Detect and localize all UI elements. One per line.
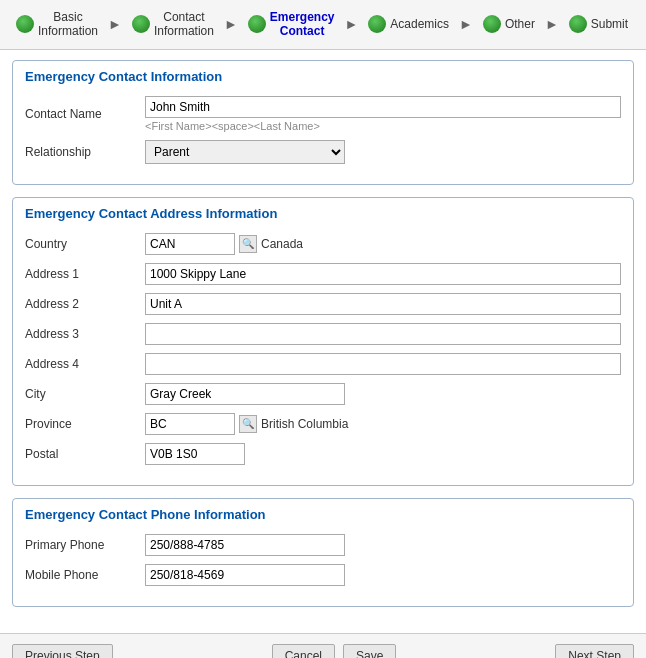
mobile-phone-label: Mobile Phone <box>25 568 145 582</box>
province-code-input[interactable] <box>145 413 235 435</box>
section-title-contact-info: Emergency Contact Information <box>13 61 633 90</box>
nav-label-contact: Contact Information <box>154 10 214 39</box>
bottom-bar: Previous Step Cancel Save Next Step <box>0 633 646 658</box>
section-title-phone: Emergency Contact Phone Information <box>13 499 633 528</box>
top-navigation: Basic Information ► Contact Information … <box>0 0 646 50</box>
globe-icon-basic <box>16 15 34 33</box>
globe-icon-contact <box>132 15 150 33</box>
postal-row: Postal <box>25 443 621 465</box>
nav-arrow-3: ► <box>344 16 358 32</box>
relationship-row: Relationship Parent Guardian Sibling Spo… <box>25 140 621 164</box>
bottom-left-actions: Previous Step <box>12 644 113 658</box>
relationship-label: Relationship <box>25 145 145 159</box>
province-name-text: British Columbia <box>261 417 348 431</box>
postal-wrap <box>145 443 621 465</box>
country-name-text: Canada <box>261 237 303 251</box>
contact-name-label: Contact Name <box>25 107 145 121</box>
section-title-address: Emergency Contact Address Information <box>13 198 633 227</box>
bottom-center-actions: Cancel Save <box>272 644 397 658</box>
contact-name-row: Contact Name <First Name><space><Last Na… <box>25 96 621 132</box>
main-content: Emergency Contact Information Contact Na… <box>0 50 646 629</box>
address1-row: Address 1 <box>25 263 621 285</box>
contact-name-hint: <First Name><space><Last Name> <box>145 120 621 132</box>
country-code-input[interactable] <box>145 233 235 255</box>
section-body-phone: Primary Phone Mobile Phone <box>13 528 633 606</box>
contact-name-wrap: <First Name><space><Last Name> <box>145 96 621 132</box>
address3-input[interactable] <box>145 323 621 345</box>
primary-phone-input[interactable] <box>145 534 345 556</box>
province-search-button[interactable]: 🔍 <box>239 415 257 433</box>
next-step-button[interactable]: Next Step <box>555 644 634 658</box>
save-button[interactable]: Save <box>343 644 396 658</box>
nav-item-other[interactable]: Other <box>477 13 541 35</box>
province-row: Province 🔍 British Columbia <box>25 413 621 435</box>
address4-label: Address 4 <box>25 357 145 371</box>
country-row: Country 🔍 Canada <box>25 233 621 255</box>
province-label: Province <box>25 417 145 431</box>
primary-phone-label: Primary Phone <box>25 538 145 552</box>
address2-row: Address 2 <box>25 293 621 315</box>
nav-arrow-2: ► <box>224 16 238 32</box>
mobile-phone-wrap <box>145 564 621 586</box>
emergency-contact-phone-section: Emergency Contact Phone Information Prim… <box>12 498 634 607</box>
mobile-phone-row: Mobile Phone <box>25 564 621 586</box>
address3-row: Address 3 <box>25 323 621 345</box>
nav-arrow-4: ► <box>459 16 473 32</box>
relationship-wrap: Parent Guardian Sibling Spouse Other <box>145 140 621 164</box>
previous-step-button[interactable]: Previous Step <box>12 644 113 658</box>
relationship-select[interactable]: Parent Guardian Sibling Spouse Other <box>145 140 345 164</box>
nav-item-emergency[interactable]: Emergency Contact <box>242 8 341 41</box>
nav-label-submit: Submit <box>591 17 628 31</box>
globe-icon-emergency <box>248 15 266 33</box>
country-wrap: 🔍 Canada <box>145 233 621 255</box>
contact-name-input[interactable] <box>145 96 621 118</box>
country-label: Country <box>25 237 145 251</box>
address4-wrap <box>145 353 621 375</box>
nav-label-emergency: Emergency Contact <box>270 10 335 39</box>
country-field-row: 🔍 Canada <box>145 233 621 255</box>
cancel-button[interactable]: Cancel <box>272 644 335 658</box>
section-body-contact-info: Contact Name <First Name><space><Last Na… <box>13 90 633 184</box>
emergency-contact-info-section: Emergency Contact Information Contact Na… <box>12 60 634 185</box>
address4-input[interactable] <box>145 353 621 375</box>
primary-phone-wrap <box>145 534 621 556</box>
section-body-address: Country 🔍 Canada Address 1 Address <box>13 227 633 485</box>
address1-input[interactable] <box>145 263 621 285</box>
country-search-button[interactable]: 🔍 <box>239 235 257 253</box>
primary-phone-row: Primary Phone <box>25 534 621 556</box>
globe-icon-submit <box>569 15 587 33</box>
nav-label-academics: Academics <box>390 17 449 31</box>
nav-arrow-1: ► <box>108 16 122 32</box>
nav-label-basic: Basic Information <box>38 10 98 39</box>
address1-label: Address 1 <box>25 267 145 281</box>
city-wrap <box>145 383 621 405</box>
postal-label: Postal <box>25 447 145 461</box>
postal-input[interactable] <box>145 443 245 465</box>
address3-label: Address 3 <box>25 327 145 341</box>
nav-item-contact-info[interactable]: Contact Information <box>126 8 220 41</box>
mobile-phone-input[interactable] <box>145 564 345 586</box>
address2-input[interactable] <box>145 293 621 315</box>
city-label: City <box>25 387 145 401</box>
nav-item-basic-info[interactable]: Basic Information <box>10 8 104 41</box>
address2-wrap <box>145 293 621 315</box>
address1-wrap <box>145 263 621 285</box>
nav-label-other: Other <box>505 17 535 31</box>
nav-item-academics[interactable]: Academics <box>362 13 455 35</box>
address2-label: Address 2 <box>25 297 145 311</box>
emergency-contact-address-section: Emergency Contact Address Information Co… <box>12 197 634 486</box>
province-wrap: 🔍 British Columbia <box>145 413 621 435</box>
city-input[interactable] <box>145 383 345 405</box>
bottom-right-actions: Next Step <box>555 644 634 658</box>
globe-icon-academics <box>368 15 386 33</box>
nav-arrow-5: ► <box>545 16 559 32</box>
globe-icon-other <box>483 15 501 33</box>
address4-row: Address 4 <box>25 353 621 375</box>
city-row: City <box>25 383 621 405</box>
nav-item-submit[interactable]: Submit <box>563 13 634 35</box>
province-field-row: 🔍 British Columbia <box>145 413 621 435</box>
address3-wrap <box>145 323 621 345</box>
